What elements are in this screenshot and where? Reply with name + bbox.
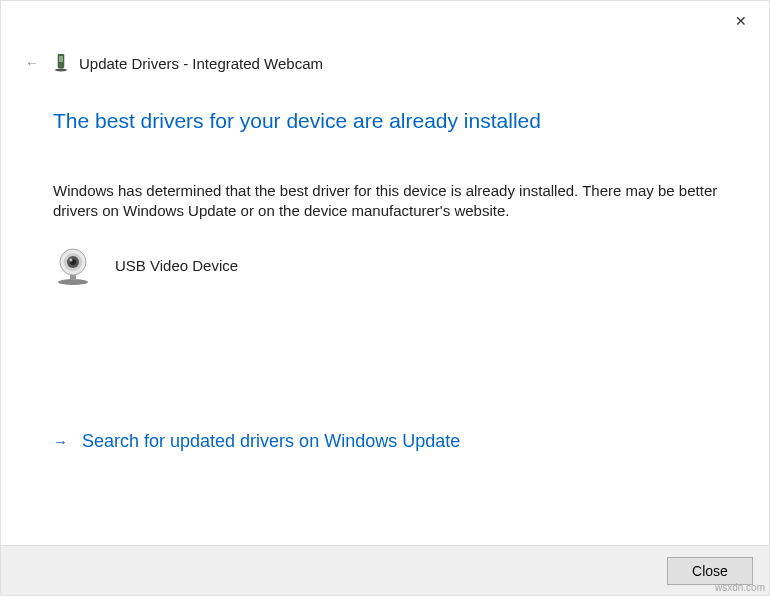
status-heading: The best drivers for your device are alr… — [53, 109, 729, 133]
arrow-right-icon: → — [53, 433, 68, 450]
device-icon — [53, 54, 69, 72]
close-button[interactable]: Close — [667, 557, 753, 585]
back-arrow-icon[interactable]: ← — [21, 51, 43, 75]
svg-point-9 — [70, 258, 73, 261]
header-row: ← Update Drivers - Integrated Webcam — [21, 51, 323, 75]
device-row: USB Video Device — [53, 246, 729, 286]
update-link-row[interactable]: → Search for updated drivers on Windows … — [53, 431, 460, 452]
device-name-label: USB Video Device — [115, 257, 238, 274]
page-title: Update Drivers - Integrated Webcam — [79, 55, 323, 72]
main-content: The best drivers for your device are alr… — [53, 109, 729, 286]
svg-rect-1 — [59, 56, 63, 62]
webcam-icon — [53, 246, 93, 286]
status-description: Windows has determined that the best dri… — [53, 181, 729, 222]
svg-point-2 — [55, 69, 67, 72]
watermark: wsxdn.com — [715, 582, 765, 593]
footer: Close — [1, 545, 769, 595]
search-updates-link[interactable]: Search for updated drivers on Windows Up… — [82, 431, 460, 452]
close-icon[interactable]: ✕ — [731, 11, 751, 31]
